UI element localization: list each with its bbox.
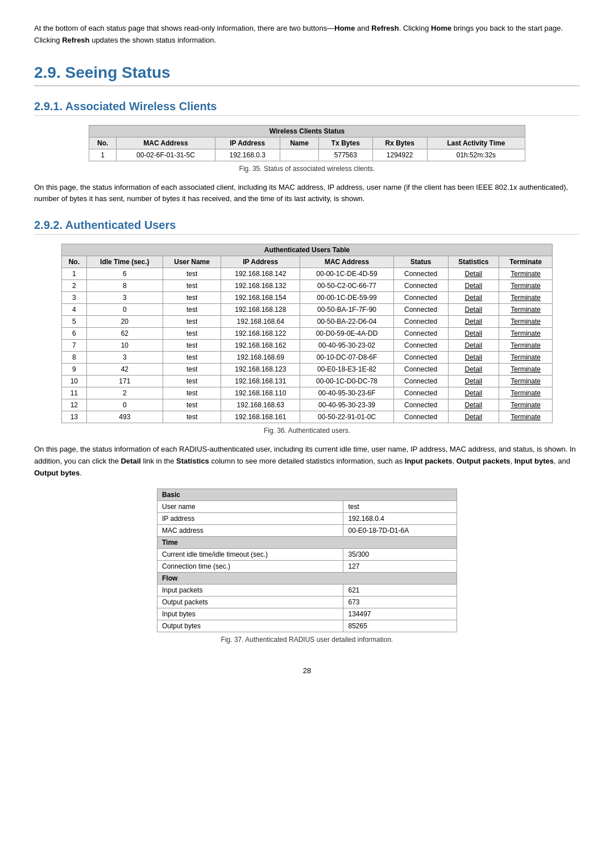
at-ip: 192.168.168.162	[221, 340, 300, 352]
at-detail[interactable]: Detail	[448, 340, 499, 352]
detail-link-2[interactable]: Detail	[465, 282, 483, 290]
at-terminate[interactable]: Terminate	[499, 304, 553, 316]
detail-inbytes-label: Input bytes	[157, 608, 343, 620]
at-detail[interactable]: Detail	[448, 268, 499, 280]
detail-link-9[interactable]: Detail	[465, 365, 483, 373]
detail-link-7[interactable]: Detail	[465, 341, 483, 349]
input-bytes-bold: Input bytes	[515, 457, 554, 465]
wt-cell-mac: 00-02-6F-01-31-5C	[117, 149, 215, 161]
detail-link-5[interactable]: Detail	[465, 318, 483, 326]
terminate-link-5[interactable]: Terminate	[511, 318, 541, 326]
table-row: 8 3 test 192.168.168.69 00-10-DC-07-D8-6…	[62, 352, 553, 364]
section-title: 2.9. Seeing Status	[34, 64, 580, 86]
at-terminate[interactable]: Terminate	[499, 375, 553, 387]
detail-link-1[interactable]: Detail	[465, 270, 483, 278]
at-terminate[interactable]: Terminate	[499, 399, 553, 411]
at-detail[interactable]: Detail	[448, 280, 499, 292]
table-row: 3 3 test 192.168.168.154 00-00-1C-DE-59-…	[62, 292, 553, 304]
input-packets-bold: Input packets	[405, 457, 453, 465]
at-terminate[interactable]: Terminate	[499, 411, 553, 423]
terminate-link-4[interactable]: Terminate	[511, 306, 541, 314]
at-user: test	[163, 387, 221, 399]
at-terminate[interactable]: Terminate	[499, 364, 553, 375]
at-terminate[interactable]: Terminate	[499, 340, 553, 352]
at-no: 3	[62, 292, 87, 304]
at-mac: 00-50-22-91-01-0C	[300, 411, 393, 423]
statistics-bold: Statistics	[176, 457, 209, 465]
at-col-stats: Statistics	[448, 256, 499, 268]
detail-link-10[interactable]: Detail	[465, 377, 483, 385]
terminate-link-13[interactable]: Terminate	[511, 413, 541, 421]
at-detail[interactable]: Detail	[448, 364, 499, 375]
refresh-bold2: Refresh	[62, 36, 89, 44]
at-terminate[interactable]: Terminate	[499, 268, 553, 280]
at-terminate[interactable]: Terminate	[499, 292, 553, 304]
auth-users-figure: Authenticated Users Table No. Idle Time …	[34, 244, 580, 435]
at-terminate[interactable]: Terminate	[499, 316, 553, 328]
at-terminate[interactable]: Terminate	[499, 387, 553, 399]
fig35-caption: Fig. 35. Status of associated wireless c…	[239, 165, 375, 173]
detail-link-11[interactable]: Detail	[465, 389, 483, 397]
subsection-2-9-1: 2.9.1. Associated Wireless Clients Wirel…	[34, 100, 580, 206]
at-mac: 00-D0-59-0E-4A-DD	[300, 328, 393, 340]
wireless-description: On this page, the status information of …	[34, 182, 580, 206]
terminate-link-9[interactable]: Terminate	[511, 365, 541, 373]
at-idle: 0	[86, 304, 163, 316]
table-row: 9 42 test 192.168.168.123 00-E0-18-E3-1E…	[62, 364, 553, 375]
at-no: 5	[62, 316, 87, 328]
detail-idle-value: 35/300	[343, 548, 457, 560]
at-mac: 00-E0-18-E3-1E-82	[300, 364, 393, 375]
detail-link-8[interactable]: Detail	[465, 353, 483, 361]
detail-outbytes-value: 85265	[343, 620, 457, 632]
at-user: test	[163, 375, 221, 387]
at-terminate[interactable]: Terminate	[499, 352, 553, 364]
detail-flow-header: Flow	[157, 572, 457, 584]
output-bytes-bold: Output bytes	[34, 469, 80, 477]
at-user: test	[163, 364, 221, 375]
detail-inpkts-label: Input packets	[157, 584, 343, 596]
subsection-2-9-2: 2.9.2. Authenticated Users Authenticated…	[34, 219, 580, 643]
at-detail[interactable]: Detail	[448, 387, 499, 399]
terminate-link-8[interactable]: Terminate	[511, 353, 541, 361]
detail-link-4[interactable]: Detail	[465, 306, 483, 314]
terminate-link-6[interactable]: Terminate	[511, 329, 541, 337]
at-no: 1	[62, 268, 87, 280]
detail-link-12[interactable]: Detail	[465, 401, 483, 409]
table-row: 1 00-02-6F-01-31-5C 192.168.0.3 577563 1…	[89, 149, 525, 161]
terminate-link-1[interactable]: Terminate	[511, 270, 541, 278]
at-detail[interactable]: Detail	[448, 292, 499, 304]
detail-link-6[interactable]: Detail	[465, 329, 483, 337]
at-no: 6	[62, 328, 87, 340]
at-user: test	[163, 316, 221, 328]
at-detail[interactable]: Detail	[448, 316, 499, 328]
at-col-mac: MAC Address	[300, 256, 393, 268]
at-no: 11	[62, 387, 87, 399]
at-detail[interactable]: Detail	[448, 328, 499, 340]
wireless-table-title: Wireless Clients Status	[89, 125, 525, 137]
at-no: 7	[62, 340, 87, 352]
table-row: 12 0 test 192.168.168.63 00-40-95-30-23-…	[62, 399, 553, 411]
terminate-link-2[interactable]: Terminate	[511, 282, 541, 290]
at-detail[interactable]: Detail	[448, 399, 499, 411]
terminate-link-7[interactable]: Terminate	[511, 341, 541, 349]
at-detail[interactable]: Detail	[448, 411, 499, 423]
terminate-link-11[interactable]: Terminate	[511, 389, 541, 397]
detail-inbytes-row: Input bytes 134497	[157, 608, 457, 620]
auth-table-header-row: No. Idle Time (sec.) User Name IP Addres…	[62, 256, 553, 268]
detail-basic-header: Basic	[157, 489, 457, 500]
terminate-link-3[interactable]: Terminate	[511, 294, 541, 302]
at-detail[interactable]: Detail	[448, 352, 499, 364]
at-user: test	[163, 304, 221, 316]
at-idle: 171	[86, 375, 163, 387]
detail-outpkts-row: Output packets 673	[157, 596, 457, 608]
detail-link-3[interactable]: Detail	[465, 294, 483, 302]
at-terminate[interactable]: Terminate	[499, 328, 553, 340]
detail-info-table: Basic User name test IP address 192.168.…	[157, 489, 457, 632]
at-detail[interactable]: Detail	[448, 375, 499, 387]
detail-flow-title: Flow	[157, 572, 457, 584]
terminate-link-10[interactable]: Terminate	[511, 377, 541, 385]
detail-link-13[interactable]: Detail	[465, 413, 483, 421]
at-terminate[interactable]: Terminate	[499, 280, 553, 292]
at-detail[interactable]: Detail	[448, 304, 499, 316]
terminate-link-12[interactable]: Terminate	[511, 401, 541, 409]
